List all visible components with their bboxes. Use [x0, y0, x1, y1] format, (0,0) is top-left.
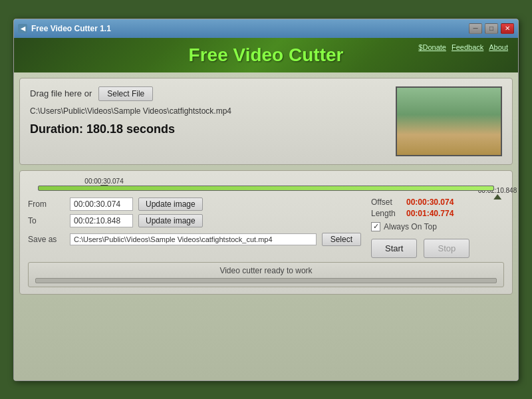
to-row: To Update image — [28, 214, 361, 227]
timeline-track[interactable] — [38, 186, 494, 191]
stop-button[interactable]: Stop — [424, 239, 469, 258]
file-info-section: Drag file here or Select File C:\Users\P… — [30, 86, 386, 136]
minimize-button[interactable]: ─ — [469, 23, 482, 34]
select-button[interactable]: Select — [322, 233, 361, 246]
from-row: From Update image — [28, 198, 361, 211]
offset-length-section: Offset 00:00:30.074 Length 00:01:40.774 — [371, 198, 504, 218]
window-title: Free Video Cutter 1.1 — [31, 24, 469, 33]
update-image-button-1[interactable]: Update image — [138, 198, 203, 211]
update-image-button-2[interactable]: Update image — [138, 214, 203, 227]
always-on-top-label: Always On Top — [384, 222, 437, 231]
right-controls: Offset 00:00:30.074 Length 00:01:40.774 … — [371, 198, 504, 258]
file-select-row: Drag file here or Select File — [30, 86, 386, 101]
window-controls: ─ □ ✕ — [469, 23, 514, 34]
offset-label: Offset — [371, 198, 401, 207]
app-content: $Donate Feedback About Free Video Cutter… — [14, 38, 518, 380]
length-row: Length 00:01:40.774 — [371, 209, 504, 218]
top-links: $Donate Feedback About — [418, 43, 508, 51]
app-header: $Donate Feedback About Free Video Cutter — [14, 38, 518, 72]
timeline-area: 00:00:30.074 00:02:10.848 — [28, 178, 504, 191]
close-button[interactable]: ✕ — [501, 23, 514, 34]
start-time-label: 00:00:30.074 — [84, 178, 123, 185]
application-window: ◀ Free Video Cutter 1.1 ─ □ ✕ $Donate Fe… — [13, 19, 519, 381]
length-value: 00:01:40.774 — [406, 209, 454, 218]
controls-row: From Update image To Update image Save a… — [28, 198, 504, 258]
always-on-top-row: ✓ Always On Top — [371, 222, 504, 231]
app-title: Free Video Cutter — [189, 45, 344, 66]
always-on-top-checkbox[interactable]: ✓ — [371, 222, 380, 231]
duration-label: Duration: 180.18 seconds — [30, 122, 386, 136]
top-panel: Drag file here or Select File C:\Users\P… — [19, 78, 513, 165]
to-label: To — [28, 216, 65, 225]
select-file-button[interactable]: Select File — [98, 86, 153, 101]
preview-image — [397, 88, 501, 155]
start-button[interactable]: Start — [371, 239, 417, 258]
status-area: Video cutter ready to work — [28, 262, 504, 287]
to-input[interactable] — [70, 214, 133, 227]
save-as-label: Save as — [28, 235, 65, 244]
feedback-link[interactable]: Feedback — [452, 43, 483, 51]
from-label: From — [28, 200, 65, 209]
drag-label: Drag file here or — [30, 88, 92, 98]
titlebar: ◀ Free Video Cutter 1.1 ─ □ ✕ — [14, 19, 518, 38]
action-buttons: Start Stop — [371, 239, 504, 258]
offset-value: 00:00:30.074 — [406, 198, 454, 207]
app-body: Drag file here or Select File C:\Users\P… — [14, 72, 518, 380]
donate-link[interactable]: $Donate — [418, 43, 446, 51]
bottom-panel: 00:00:30.074 00:02:10.848 — [19, 170, 513, 295]
save-as-row: Save as Select — [28, 233, 361, 246]
about-link[interactable]: About — [489, 43, 508, 51]
save-path-input[interactable] — [70, 233, 317, 245]
from-input[interactable] — [70, 198, 133, 211]
end-marker-arrow — [493, 194, 501, 200]
timeline-progress — [39, 186, 493, 190]
app-icon: ◀ — [18, 24, 27, 33]
file-path: C:\Users\Public\Videos\Sample Videos\cat… — [30, 106, 386, 116]
status-text: Video cutter ready to work — [35, 266, 497, 275]
video-preview — [396, 86, 502, 156]
length-label: Length — [371, 209, 401, 218]
maximize-button[interactable]: □ — [485, 23, 498, 34]
progress-bar-container — [35, 278, 497, 283]
left-controls: From Update image To Update image Save a… — [28, 198, 361, 258]
